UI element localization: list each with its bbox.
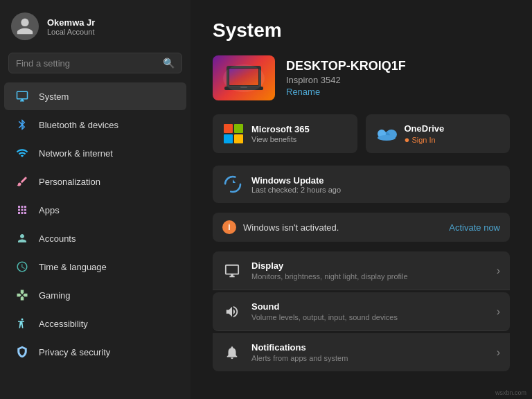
onedrive-sub: ● Sign In [405,134,445,145]
svg-point-10 [225,177,240,192]
wifi-icon [15,146,29,160]
activation-bar: i Windows isn't activated. Activate now [213,213,510,242]
ms365-card[interactable]: Microsoft 365 View benefits [213,114,357,153]
sidebar-item-system[interactable]: System [4,82,186,110]
settings-item-notifications[interactable]: Notifications Alerts from apps and syste… [213,333,510,371]
nav-items: System Bluetooth & devices Network & int… [0,79,190,399]
settings-item-display[interactable]: Display Monitors, brightness, night ligh… [213,251,510,290]
update-sub: Last checked: 2 hours ago [251,186,341,194]
gamepad-icon [15,288,29,302]
shield-icon [15,345,29,359]
sidebar-item-label-privacy: Privacy & security [39,347,110,357]
svg-rect-0 [227,66,261,88]
sound-info: Sound Volume levels, output, input, soun… [251,301,487,321]
activate-link[interactable]: Activate now [449,222,500,233]
display-info: Display Monitors, brightness, night ligh… [251,260,487,281]
display-title: Display [251,260,487,271]
settings-list: Display Monitors, brightness, night ligh… [213,251,510,371]
sidebar-item-label-personalization: Personalization [39,177,100,187]
monitor-icon [15,89,29,103]
brush-icon [15,175,29,188]
update-info: Windows Update Last checked: 2 hours ago [251,175,341,194]
chevron-right-icon: › [497,265,500,277]
sidebar-item-bluetooth[interactable]: Bluetooth & devices [4,111,186,139]
rename-link[interactable]: Rename [286,87,320,97]
sidebar-item-gaming[interactable]: Gaming [4,281,186,309]
ms365-sub: View benefits [251,135,310,143]
onedrive-info: OneDrive ● Sign In [405,123,445,145]
avatar [11,12,39,40]
sound-icon [222,302,242,321]
bell-icon [222,343,242,362]
sidebar-item-privacy[interactable]: Privacy & security [4,338,186,366]
svg-marker-11 [233,179,236,183]
sidebar-item-apps[interactable]: Apps [4,196,186,224]
page-title: System [213,19,510,42]
device-thumbnail [213,55,275,100]
main-content: System DESKTOP-K [190,0,532,399]
sidebar-item-accounts[interactable]: Accounts [4,224,186,252]
svg-rect-4 [240,87,247,88]
activation-warning: Windows isn't activated. [243,222,442,233]
clock-icon [15,260,29,274]
profile-section[interactable]: Okemwa Jr Local Account [0,0,190,50]
profile-sub: Local Account [47,28,95,36]
onedrive-title: OneDrive [405,123,445,134]
profile-name: Okemwa Jr [47,17,95,28]
grid-icon [15,203,29,217]
notifications-info: Notifications Alerts from apps and syste… [251,342,487,362]
ms365-icon [222,123,245,145]
settings-item-sound[interactable]: Sound Volume levels, output, input, soun… [213,292,510,331]
sidebar-item-label-bluetooth: Bluetooth & devices [39,120,118,130]
sidebar-item-label-system: System [39,91,69,102]
notifications-title: Notifications [251,342,487,353]
onedrive-icon-wrapper [375,123,398,145]
device-info: DESKTOP-KROIQ1F Inspiron 3542 Rename [286,59,406,98]
sidebar-item-time[interactable]: Time & language [4,253,186,281]
profile-info: Okemwa Jr Local Account [47,17,95,36]
sidebar-item-label-gaming: Gaming [39,290,71,301]
laptop-illustration [223,62,265,94]
user-icon [15,17,35,36]
warning-icon: i [222,220,236,234]
sidebar: Okemwa Jr Local Account 🔍 System Bluetoo… [0,0,190,399]
display-sub: Monitors, brightness, night light, displ… [251,272,487,281]
svg-rect-3 [224,87,263,90]
svg-rect-5 [229,69,258,85]
quick-links: Microsoft 365 View benefits OneDrive ● S… [213,114,510,153]
svg-point-9 [378,135,396,141]
notifications-sub: Alerts from apps and system [251,354,487,362]
sidebar-item-network[interactable]: Network & internet [4,139,186,167]
device-name: DESKTOP-KROIQ1F [286,59,406,73]
ms365-title: Microsoft 365 [251,124,310,134]
search-icon: 🔍 [163,57,175,69]
sound-title: Sound [251,301,487,312]
bluetooth-icon [15,118,29,132]
accessibility-icon [15,317,29,330]
chevron-right-icon: › [497,346,500,359]
search-input[interactable] [16,58,157,69]
display-icon [222,261,242,281]
ms365-info: Microsoft 365 View benefits [251,124,310,143]
search-box[interactable]: 🔍 [8,53,182,73]
sidebar-item-label-time: Time & language [39,262,107,272]
sound-sub: Volume levels, output, input, sound devi… [251,313,487,321]
sidebar-item-label-network: Network & internet [39,148,113,159]
svg-rect-1 [229,68,259,86]
device-card: DESKTOP-KROIQ1F Inspiron 3542 Rename [213,55,510,100]
sidebar-item-label-accounts: Accounts [39,233,76,244]
watermark: wsxbn.com [495,389,526,396]
onedrive-card[interactable]: OneDrive ● Sign In [366,114,511,153]
chevron-right-icon: › [497,305,500,318]
sidebar-item-label-apps: Apps [39,205,60,215]
sidebar-item-personalization[interactable]: Personalization [4,168,186,195]
onedrive-icon [376,126,397,141]
device-model: Inspiron 3542 [286,75,406,85]
sidebar-item-accessibility[interactable]: Accessibility [4,310,186,337]
update-icon [222,174,243,195]
svg-point-2 [241,84,247,86]
windows-update-row[interactable]: Windows Update Last checked: 2 hours ago [213,166,510,203]
update-title: Windows Update [251,175,341,186]
person-icon [15,231,29,245]
sidebar-item-label-accessibility: Accessibility [39,319,88,329]
